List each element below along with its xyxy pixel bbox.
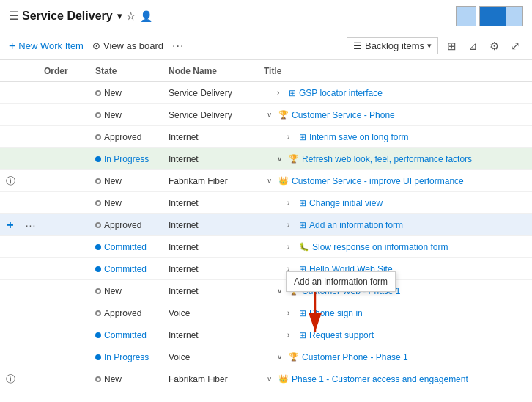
table-row[interactable]: NewService Delivery›⊞GSP locator interfa… [0, 82, 532, 104]
state-dot [95, 332, 101, 338]
row-state: New [92, 176, 166, 186]
tooltip-popup: Add an information form [286, 271, 396, 292]
state-text: Approved [104, 308, 141, 318]
row-item-icon: ⊞ [299, 330, 306, 340]
row-chevron[interactable]: ∨ [267, 111, 276, 120]
col-header-state: State [92, 66, 166, 76]
row-title-text[interactable]: Interim save on long form [309, 132, 408, 142]
table-row[interactable]: ⓘNewFabrikam Fiber∨👑Customer Service - i… [0, 170, 532, 192]
row-node-name: Internet [166, 132, 261, 142]
row-title-text[interactable]: Phone sign in [309, 308, 363, 318]
row-title-text[interactable]: GSP locator interface [299, 88, 383, 98]
expand-button[interactable]: ⤢ [508, 38, 523, 54]
row-title-cell: ∨👑Customer Service - improve UI performa… [261, 176, 532, 186]
star-icon[interactable]: ☆ [126, 10, 136, 22]
row-item-icon: 🐛 [299, 242, 309, 252]
row-chevron[interactable]: › [287, 309, 296, 318]
row-title-cell: ›⊞Add an information form [261, 220, 532, 230]
row-chevron[interactable]: › [287, 133, 296, 142]
settings-button[interactable]: ⚙ [487, 38, 502, 54]
row-state: Committed [92, 264, 166, 274]
filter-button[interactable]: ⊿ [465, 38, 481, 54]
view-board-label: View as board [103, 40, 163, 51]
table-body: NewService Delivery›⊞GSP locator interfa… [0, 82, 532, 402]
row-state: Committed [92, 330, 166, 340]
state-dot [95, 112, 101, 118]
row-title-cell: ›⊞Change initial view [261, 198, 532, 208]
row-chevron[interactable]: ∨ [277, 287, 286, 296]
row-node-name: Voice [166, 352, 261, 362]
row-item-icon: 🏆 [278, 110, 289, 120]
row-chevron[interactable]: ∨ [277, 155, 286, 164]
row-title-text[interactable]: Add an information form [309, 220, 403, 230]
row-state: Approved [92, 220, 166, 230]
row-ellipsis[interactable]: ··· [26, 219, 37, 231]
row-chevron[interactable]: › [287, 243, 296, 252]
table-row[interactable]: CommittedInternet›🐛Slow response on info… [0, 236, 532, 258]
info-icon[interactable]: ⓘ [6, 373, 15, 386]
avatar-box [456, 6, 476, 26]
table-row[interactable]: ⓘNewFabrikam Fiber∨👑Phase 1 - Customer a… [0, 368, 532, 390]
col-header-title: Title [261, 66, 532, 76]
row-title-text[interactable]: Slow response on information form [312, 242, 448, 252]
table-row[interactable]: ApprovedVoice›⊞Phone sign in [0, 302, 532, 324]
row-item-icon: ⊞ [299, 132, 306, 142]
backlog-list-icon: ☰ [353, 40, 362, 51]
backlog-dropdown-icon: ▾ [427, 41, 432, 51]
people-icon[interactable]: 👤 [140, 10, 152, 22]
row-title-text[interactable]: Customer Service - improve UI performanc… [292, 176, 464, 186]
row-title-cell: ∨🏆Refresh web look, feel, performance fa… [261, 154, 532, 164]
row-chevron[interactable]: ∨ [277, 353, 286, 362]
view-board-icon: ⊙ [92, 40, 100, 51]
state-text: Approved [104, 132, 141, 142]
table-row[interactable]: NewService Delivery∨🏆Customer Service - … [0, 104, 532, 126]
backlog-items-dropdown[interactable]: ☰ Backlog items ▾ [347, 37, 438, 54]
row-chevron[interactable]: › [287, 199, 296, 208]
table-row[interactable]: CommittedInternet›⊞Hello World Web Site [0, 258, 532, 280]
row-title-text[interactable]: Request support [309, 330, 374, 340]
row-state: New [92, 374, 166, 384]
table-row[interactable]: In ProgressInternet∨🏆Refresh web look, f… [0, 148, 532, 170]
state-dot [95, 178, 101, 184]
title-dropdown-icon[interactable]: ▾ [117, 11, 122, 21]
row-chevron[interactable]: › [287, 221, 296, 230]
row-chevron[interactable]: ∨ [267, 375, 276, 384]
view-as-board-button[interactable]: ⊙ View as board [92, 40, 163, 51]
row-node-name: Fabrikam Fiber [166, 374, 261, 384]
row-node-name: Internet [166, 242, 261, 252]
table-row[interactable]: NewInternet›⊞Change initial view [0, 192, 532, 214]
row-chevron[interactable]: › [287, 331, 296, 340]
header-avatar-area [456, 6, 523, 26]
state-text: New [104, 198, 122, 208]
state-text: New [104, 374, 122, 384]
table-row[interactable]: CommittedInternet›⊞Request support [0, 324, 532, 346]
toolbar-left: + New Work Item ⊙ View as board ··· [9, 40, 184, 53]
row-title-text[interactable]: Refresh web look, feel, performance fact… [302, 154, 472, 164]
row-title-text[interactable]: Customer Service - Phone [292, 110, 395, 120]
new-work-item-button[interactable]: + New Work Item [9, 40, 84, 53]
add-row-icon[interactable]: + [7, 219, 13, 232]
table-row[interactable]: ApprovedInternet›⊞Interim save on long f… [0, 126, 532, 148]
column-options-button[interactable]: ⊞ [444, 38, 459, 54]
table-row[interactable]: NewInternet∨🏆Customer Web - Phase 1 [0, 280, 532, 302]
row-chevron[interactable]: ∨ [267, 177, 276, 186]
table-row[interactable]: In ProgressVoice∨🏆Customer Phone - Phase… [0, 346, 532, 368]
row-chevron[interactable]: › [277, 89, 286, 98]
state-dot [95, 200, 101, 206]
row-state: In Progress [92, 352, 166, 362]
state-text: In Progress [104, 352, 149, 362]
state-dot [95, 266, 101, 272]
row-title-text[interactable]: Customer Phone - Phase 1 [302, 352, 408, 362]
row-title-text[interactable]: Change initial view [309, 198, 383, 208]
row-expand-col: + [0, 219, 21, 232]
state-dot [95, 310, 101, 316]
row-title-text[interactable]: Phase 1 - Customer access and engagement [292, 374, 468, 384]
row-item-icon: ⊞ [299, 198, 306, 208]
row-state: Committed [92, 242, 166, 252]
info-icon[interactable]: ⓘ [6, 175, 15, 188]
row-node-name: Internet [166, 286, 261, 296]
row-state: New [92, 198, 166, 208]
row-node-name: Internet [166, 154, 261, 164]
toolbar-ellipsis[interactable]: ··· [172, 40, 184, 53]
table-row[interactable]: +···ApprovedInternet›⊞Add an information… [0, 214, 532, 236]
